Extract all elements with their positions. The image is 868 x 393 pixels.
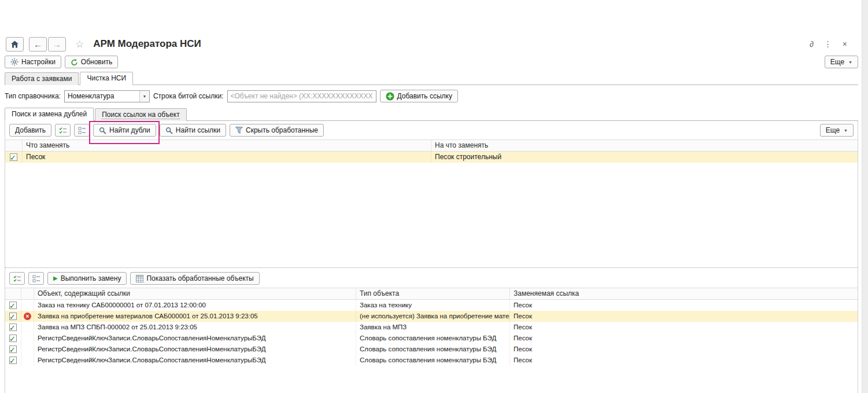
replace-with-cell[interactable]: Песок строительный — [431, 152, 858, 163]
row-checkbox[interactable] — [9, 302, 17, 309]
refresh-button[interactable]: Обновить — [65, 56, 118, 68]
close-icon[interactable]: × — [843, 40, 847, 48]
find-links-label: Найти ссылки — [176, 126, 220, 134]
object-cell[interactable]: Заявка на приобретение материалов САБ000… — [34, 311, 356, 322]
favorite-star-icon[interactable]: ☆ — [75, 38, 84, 50]
table-row[interactable]: Заявка на МПЗ СПБП-000002 от 25.01.2013 … — [5, 322, 858, 333]
link-cell[interactable]: Песок — [510, 322, 858, 333]
settings-label: Настройки — [21, 58, 56, 66]
check-all-icon — [13, 275, 21, 282]
search-icon — [165, 127, 173, 134]
chevron-down-icon[interactable]: ▼ — [139, 91, 149, 102]
hide-processed-label: Скрыть обработанные — [246, 126, 318, 134]
uncheck-all-icon — [78, 127, 86, 134]
add-link-label: Добавить ссылку — [397, 92, 452, 100]
column-header-replace-what[interactable]: Что заменять — [23, 140, 431, 151]
forward-button[interactable]: → — [48, 37, 66, 52]
page-title: АРМ Модератора НСИ — [93, 38, 201, 50]
replace-what-cell[interactable]: Песок — [23, 152, 431, 163]
tab-nsi-cleanup[interactable]: Чистка НСИ — [80, 72, 133, 85]
object-cell[interactable]: Заказ на технику САБ00000001 от 07.01.20… — [34, 300, 356, 311]
type-cell[interactable]: Заказ на технику — [356, 300, 510, 311]
broken-link-input[interactable] — [227, 90, 376, 102]
main-tab-strip: Работа с заявками Чистка НСИ — [5, 72, 858, 85]
check-all-icon — [59, 127, 67, 134]
link-cell[interactable]: Песок — [510, 300, 858, 311]
check-all-button[interactable] — [55, 124, 71, 137]
check-all-button[interactable] — [9, 272, 25, 285]
type-cell[interactable]: Словарь сопоставления номенклатуры БЭД — [356, 355, 510, 366]
refresh-label: Обновить — [81, 58, 112, 66]
status-column-header — [21, 288, 34, 299]
back-button[interactable]: ← — [29, 37, 47, 52]
show-processed-button[interactable]: Показать обработанные объекты — [130, 272, 259, 285]
status-cell — [21, 355, 34, 366]
table-row[interactable]: × Заявка на приобретение материалов САБ0… — [5, 311, 858, 322]
table-row[interactable]: РегистрСведенийКлючЗаписи.СловарьСопоста… — [5, 355, 858, 366]
catalog-type-label: Тип справочника: — [5, 92, 61, 100]
row-checkbox[interactable] — [9, 324, 17, 331]
status-cell — [21, 300, 34, 311]
references-table-header: Объект, содержащий ссылки Тип объекта За… — [5, 288, 858, 300]
home-button[interactable] — [6, 37, 24, 52]
object-cell[interactable]: РегистрСведенийКлючЗаписи.СловарьСопоста… — [34, 333, 356, 344]
table-grid-icon — [136, 275, 143, 282]
more-button-top[interactable]: Еще ▼ — [825, 56, 858, 68]
filter-row: Тип справочника: Номенклатура ▼ Строка б… — [0, 85, 868, 106]
column-header-replace-with[interactable]: На что заменять — [431, 140, 858, 151]
find-links-button[interactable]: Найти ссылки — [160, 124, 226, 137]
type-cell[interactable]: (не используется) Заявка на приобретение… — [356, 311, 510, 322]
table-row[interactable]: РегистрСведенийКлючЗаписи.СловарьСопоста… — [5, 344, 858, 355]
table-row[interactable]: РегистрСведенийКлючЗаписи.СловарьСопоста… — [5, 333, 858, 344]
uncheck-all-icon — [32, 275, 40, 282]
add-link-button[interactable]: Добавить ссылку — [380, 90, 458, 102]
more-button-duplicates[interactable]: Еще ▼ — [820, 124, 854, 137]
link-cell[interactable]: Песок — [510, 333, 858, 344]
replace-toolbar: ▶ Выполнить замену Показать обработанные… — [5, 269, 858, 288]
status-cell: × — [21, 311, 34, 322]
get-link-icon[interactable]: ∂ — [810, 40, 814, 48]
execute-replace-label: Выполнить замену — [61, 274, 121, 282]
chevron-down-icon: ▼ — [848, 60, 852, 64]
type-cell[interactable]: Словарь сопоставления номенклатуры БЭД — [356, 344, 510, 355]
hide-processed-button[interactable]: Скрыть обработанные — [230, 124, 324, 137]
type-cell[interactable]: Словарь сопоставления номенклатуры БЭД — [356, 333, 510, 344]
catalog-type-select[interactable]: Номенклатура ▼ — [64, 90, 150, 102]
link-cell[interactable]: Песок — [510, 344, 858, 355]
back-arrow-icon: ← — [34, 40, 42, 49]
tab-find-replace-duplicates[interactable]: Поиск и замена дублей — [5, 108, 94, 121]
object-cell[interactable]: РегистрСведенийКлючЗаписи.СловарьСопоста… — [34, 355, 356, 366]
table-row[interactable]: Песок Песок строительный — [5, 152, 858, 163]
show-processed-label: Показать обработанные объекты — [146, 274, 253, 282]
execute-replace-button[interactable]: ▶ Выполнить замену — [47, 272, 127, 285]
checkbox-column-header — [5, 288, 21, 299]
row-checkbox[interactable] — [9, 313, 17, 320]
more-label: Еще — [830, 58, 844, 66]
table-row[interactable]: Заказ на технику САБ00000001 от 07.01.20… — [5, 300, 858, 311]
tab-requests[interactable]: Работа с заявками — [5, 72, 79, 85]
settings-button[interactable]: Настройки — [5, 56, 61, 68]
uncheck-all-button[interactable] — [28, 272, 44, 285]
object-cell[interactable]: Заявка на МПЗ СПБП-000002 от 25.01.2013 … — [34, 322, 356, 333]
column-header-type[interactable]: Тип объекта — [356, 288, 510, 299]
page-scrollbar[interactable] — [862, 0, 868, 393]
row-checkbox[interactable] — [9, 346, 17, 353]
find-duplicates-button[interactable]: Найти дубли — [93, 124, 156, 137]
forward-arrow-icon: → — [53, 40, 61, 49]
row-checkbox[interactable] — [9, 335, 17, 342]
tab-find-object-links[interactable]: Поиск ссылок на объект — [95, 108, 186, 121]
link-cell[interactable]: Песок — [510, 355, 858, 366]
type-cell[interactable]: Заявка на МПЗ — [356, 322, 510, 333]
tab-find-object-links-label: Поиск ссылок на объект — [102, 111, 179, 119]
row-checkbox[interactable] — [10, 153, 17, 161]
add-button[interactable]: Добавить — [9, 124, 51, 137]
column-header-object[interactable]: Объект, содержащий ссылки — [34, 288, 356, 299]
object-cell[interactable]: РегистрСведенийКлючЗаписи.СловарьСопоста… — [34, 344, 356, 355]
duplicates-toolbar: Добавить Найти дубли — [5, 121, 858, 139]
search-icon — [99, 127, 106, 134]
row-checkbox[interactable] — [9, 357, 17, 364]
link-cell[interactable]: Песок — [510, 311, 858, 322]
column-header-link[interactable]: Заменяемая ссылка — [510, 288, 858, 299]
uncheck-all-button[interactable] — [74, 124, 90, 137]
more-menu-icon[interactable]: ⋮ — [824, 40, 832, 48]
